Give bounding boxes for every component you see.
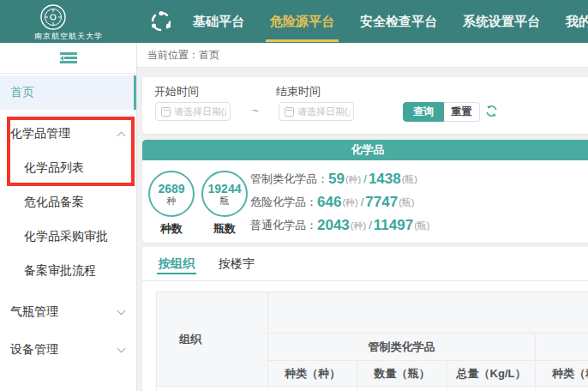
sidebar: 首页 化学品管理 化学品列表 危化品备案 化学品采购审批 备案审批流程 气瓶管理 bbox=[0, 43, 137, 391]
bottles-circle-label: 瓶数 bbox=[201, 221, 248, 237]
chevron-down-icon bbox=[117, 344, 126, 352]
nav-item-system-settings-platform[interactable]: 系统设置平台 bbox=[450, 0, 553, 43]
stat-controlled-chemicals: 管制类化学品： 59 (种) / 1438 (瓶) bbox=[250, 167, 430, 190]
kinds-count-value: 2689 bbox=[158, 183, 184, 196]
column-header-organization: 组织 bbox=[157, 292, 268, 387]
kinds-count-unit: 种 bbox=[167, 196, 177, 206]
university-name: 南京航空航天大学 bbox=[0, 31, 137, 42]
sidebar-group-equipment-management[interactable]: 设备管理 bbox=[0, 333, 136, 367]
chemical-stats: 管制类化学品： 59 (种) / 1438 (瓶) 危险化学品： 646 (种)… bbox=[250, 167, 430, 237]
calendar-icon bbox=[285, 107, 294, 117]
chemical-summary-panel: 化学品 2689 种 19244 瓶 种数 瓶数 管制类化学品： 59 (种) … bbox=[142, 140, 588, 243]
chevron-down-icon bbox=[117, 306, 126, 315]
start-date-input[interactable] bbox=[155, 102, 231, 121]
university-emblem-icon bbox=[38, 3, 69, 32]
bottles-count-unit: 瓶 bbox=[220, 196, 230, 206]
platform-switch-icon[interactable] bbox=[149, 9, 173, 33]
column-header-kinds-2: 种类（种） bbox=[536, 361, 588, 387]
nav-item-hazard-platform[interactable]: 危险源平台 bbox=[257, 0, 347, 43]
stat-ordinary-chemicals: 普通化学品： 2043 (种) / 11497 (瓶) bbox=[250, 214, 430, 237]
main-content: 当前位置：首页 开始时间 结束时间 ~ 查询 重置 bbox=[137, 43, 588, 391]
view-tabs: 按组织 按楼宇 bbox=[142, 247, 588, 281]
bottles-count-value: 19244 bbox=[208, 183, 242, 196]
sidebar-item-label: 设备管理 bbox=[10, 342, 58, 358]
sidebar-item-label: 危化品备案 bbox=[24, 195, 84, 210]
sidebar-item-label: 首页 bbox=[10, 85, 34, 100]
sidebar-item-label: 化学品管理 bbox=[10, 126, 70, 141]
chemical-panel-title: 化学品 bbox=[142, 140, 588, 160]
column-header-total: 总量（Kg/L） bbox=[447, 361, 536, 387]
sidebar-item-hazchem-filing[interactable]: 危化品备案 bbox=[0, 185, 136, 220]
nav-item-base-platform[interactable]: 基础平台 bbox=[180, 0, 257, 43]
tab-by-organization[interactable]: 按组织 bbox=[157, 247, 196, 281]
nav-item-safety-check-platform[interactable]: 安全检查平台 bbox=[347, 0, 450, 43]
sidebar-item-filing-approval-flow[interactable]: 备案审批流程 bbox=[0, 254, 136, 288]
date-filter-panel: 开始时间 结束时间 ~ 查询 重置 bbox=[142, 77, 588, 134]
end-date-field[interactable] bbox=[297, 106, 350, 117]
menu-fold-icon[interactable] bbox=[60, 52, 77, 64]
sidebar-group-gas-cylinder-management[interactable]: 气瓶管理 bbox=[0, 295, 136, 329]
date-range-separator: ~ bbox=[252, 104, 259, 117]
start-time-label: 开始时间 bbox=[154, 84, 199, 99]
group-header-second bbox=[536, 334, 588, 361]
sidebar-item-home[interactable]: 首页 bbox=[0, 75, 136, 110]
kinds-count-circle: 2689 种 bbox=[148, 171, 195, 217]
sidebar-item-label: 备案审批流程 bbox=[24, 263, 96, 279]
column-header-quantity: 数量（瓶） bbox=[357, 361, 447, 387]
sidebar-item-label: 化学品列表 bbox=[24, 160, 84, 176]
bottles-count-circle: 19244 瓶 bbox=[201, 171, 248, 217]
university-logo: 南京航空航天大学 bbox=[0, 0, 137, 43]
sidebar-menu: 首页 化学品管理 化学品列表 危化品备案 化学品采购审批 备案审批流程 气瓶管理 bbox=[0, 74, 136, 367]
kinds-circle-label: 种数 bbox=[148, 221, 195, 237]
top-navbar: 南京航空航天大学 基础平台 危险源平台 安全检查平台 系统设置平台 我的 bbox=[0, 0, 588, 43]
end-time-label: 结束时间 bbox=[276, 84, 321, 99]
nav-item-mine[interactable]: 我的 bbox=[553, 0, 588, 43]
calendar-icon bbox=[161, 107, 171, 117]
sidebar-header bbox=[0, 43, 136, 74]
chevron-up-icon bbox=[117, 131, 126, 140]
column-header-kinds: 种类（种） bbox=[268, 361, 357, 387]
end-date-input[interactable] bbox=[279, 102, 354, 121]
organization-table-panel: 按组织 按楼宇 组织 管制类化学品 bbox=[142, 247, 588, 391]
sidebar-group-chemical-management[interactable]: 化学品管理 bbox=[0, 117, 136, 151]
refresh-icon[interactable] bbox=[484, 104, 499, 118]
table-header-top-row bbox=[268, 292, 588, 334]
reset-button[interactable]: 重置 bbox=[444, 102, 480, 122]
group-header-controlled-chemicals: 管制类化学品 bbox=[268, 334, 536, 361]
tab-by-building[interactable]: 按楼宇 bbox=[217, 247, 256, 281]
search-button[interactable]: 查询 bbox=[403, 102, 444, 122]
organization-table: 组织 管制类化学品 种类（种） 数量（瓶） 总量（Kg/L） 种类（种） bbox=[156, 292, 588, 391]
stat-hazardous-chemicals: 危险化学品： 646 (种) / 7747 (瓶) bbox=[250, 190, 430, 214]
breadcrumb: 当前位置：首页 bbox=[137, 43, 588, 68]
sidebar-item-chemical-purchase-approval[interactable]: 化学品采购审批 bbox=[0, 220, 136, 254]
nav-menu: 基础平台 危险源平台 安全检查平台 系统设置平台 我的 bbox=[180, 0, 588, 43]
sidebar-item-chemical-list[interactable]: 化学品列表 bbox=[0, 151, 136, 185]
table-row bbox=[157, 387, 588, 391]
sidebar-item-label: 化学品采购审批 bbox=[24, 229, 108, 244]
app-window: 南京航空航天大学 基础平台 危险源平台 安全检查平台 系统设置平台 我的 首页 … bbox=[0, 0, 588, 391]
sidebar-item-label: 气瓶管理 bbox=[10, 304, 58, 320]
start-date-field[interactable] bbox=[174, 106, 226, 117]
